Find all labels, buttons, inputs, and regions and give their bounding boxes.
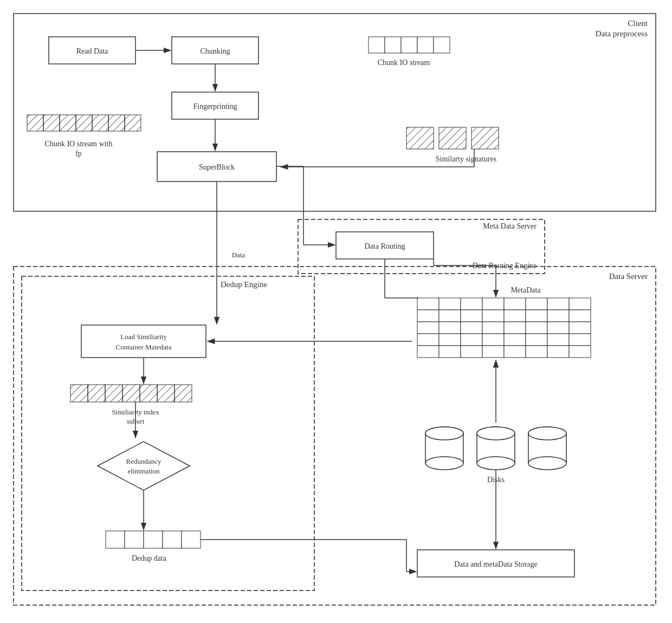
svg-rect-84: [439, 334, 461, 346]
svg-rect-16: [27, 115, 43, 131]
svg-rect-68: [439, 310, 461, 322]
svg-rect-36: [22, 276, 314, 590]
svg-rect-8: [172, 92, 259, 119]
svg-rect-59: [417, 298, 439, 310]
svg-rect-38: [81, 325, 206, 358]
svg-rect-15: [434, 37, 450, 53]
svg-point-103: [477, 427, 515, 440]
svg-rect-65: [547, 298, 569, 310]
svg-rect-83: [417, 334, 439, 346]
chunk-io-stream-fp-text: Chunk IO stream with: [45, 140, 113, 148]
svg-rect-86: [482, 334, 504, 346]
svg-rect-20: [92, 115, 108, 131]
svg-rect-29: [298, 219, 545, 274]
svg-rect-107: [528, 433, 566, 463]
svg-rect-18: [60, 115, 76, 131]
svg-rect-3: [14, 14, 656, 211]
data-server-text: Data Server: [609, 272, 648, 281]
svg-rect-51: [106, 531, 125, 548]
svg-rect-101: [425, 433, 463, 463]
svg-rect-4: [49, 37, 135, 64]
disks-label-text: Disks: [487, 476, 505, 484]
dedup-data-text: Dedup data: [132, 554, 167, 562]
svg-point-105: [477, 457, 515, 470]
data-metadata-storage-text: Data and metaData Storage: [454, 560, 538, 568]
svg-rect-81: [547, 322, 569, 334]
read-data-text: Read Data: [76, 47, 108, 55]
svg-rect-6: [172, 37, 259, 64]
svg-rect-77: [461, 322, 482, 334]
svg-rect-70: [482, 310, 504, 322]
svg-marker-49: [98, 442, 190, 490]
svg-rect-30: [336, 232, 434, 259]
svg-rect-19: [76, 115, 92, 131]
svg-point-110: [477, 427, 515, 440]
similarity-index-text1: Similiarity index: [112, 408, 159, 416]
svg-rect-61: [461, 298, 482, 310]
svg-rect-72: [526, 310, 547, 322]
svg-rect-12: [385, 37, 401, 53]
svg-rect-42: [88, 385, 105, 402]
svg-rect-25: [471, 127, 499, 149]
svg-rect-14: [417, 37, 434, 53]
svg-rect-89: [547, 334, 569, 346]
superblock-text: SuperBlock: [199, 163, 235, 171]
svg-rect-75: [417, 322, 439, 334]
meta-data-server-text: Meta Data Server: [483, 222, 537, 230]
svg-rect-53: [144, 531, 163, 548]
svg-rect-104: [477, 433, 515, 463]
svg-rect-55: [182, 531, 201, 548]
svg-point-102: [425, 457, 463, 470]
svg-rect-63: [504, 298, 526, 310]
svg-rect-88: [526, 334, 547, 346]
svg-rect-13: [401, 37, 417, 53]
svg-rect-45: [140, 385, 157, 402]
svg-rect-98: [569, 346, 591, 358]
svg-rect-113: [417, 550, 574, 577]
svg-rect-41: [70, 385, 88, 402]
svg-rect-96: [526, 346, 547, 358]
svg-rect-60: [439, 298, 461, 310]
svg-point-106: [528, 427, 566, 440]
svg-rect-23: [406, 127, 434, 149]
svg-rect-62: [482, 298, 504, 310]
chunking-text: Chunking: [200, 47, 230, 55]
svg-rect-97: [547, 346, 569, 358]
svg-rect-94: [482, 346, 504, 358]
svg-rect-73: [547, 310, 569, 322]
fingerprinting-text: Fingerprinting: [193, 102, 237, 111]
similarity-signatures-text: Similarty signatures: [436, 155, 496, 163]
svg-rect-64: [526, 298, 547, 310]
svg-rect-69: [461, 310, 482, 322]
svg-rect-22: [125, 115, 141, 131]
data-preprocess-label: Data preprocess: [596, 29, 648, 38]
svg-rect-52: [125, 531, 144, 548]
dedup-engine-text: Dedup Engine: [221, 280, 268, 289]
data-routing-engine-text: Data Routing Engine: [473, 262, 537, 270]
svg-rect-71: [504, 310, 526, 322]
svg-rect-78: [482, 322, 504, 334]
metadata-grid-label: MetaData: [511, 286, 541, 294]
svg-rect-17: [43, 115, 60, 131]
similarity-index-text2: subset: [127, 417, 145, 425]
svg-rect-82: [569, 322, 591, 334]
svg-rect-76: [439, 322, 461, 334]
svg-rect-67: [417, 310, 439, 322]
svg-rect-91: [417, 346, 439, 358]
svg-point-100: [425, 427, 463, 440]
load-similarity-text1: Load Similiarity: [120, 333, 167, 341]
svg-rect-35: [14, 267, 656, 605]
svg-rect-95: [504, 346, 526, 358]
client-label: Client: [628, 19, 648, 28]
diagram-svg: Client Data preprocess Read Data Chunkin…: [11, 11, 661, 612]
svg-rect-92: [439, 346, 461, 358]
load-similarity-text2: Container Matedata: [116, 343, 172, 351]
svg-rect-79: [504, 322, 526, 334]
svg-rect-85: [461, 334, 482, 346]
svg-point-111: [528, 427, 566, 440]
svg-rect-44: [122, 385, 140, 402]
redundancy-text1: Redundancy: [126, 457, 161, 465]
svg-rect-66: [569, 298, 591, 310]
svg-rect-43: [105, 385, 122, 402]
svg-rect-93: [461, 346, 482, 358]
